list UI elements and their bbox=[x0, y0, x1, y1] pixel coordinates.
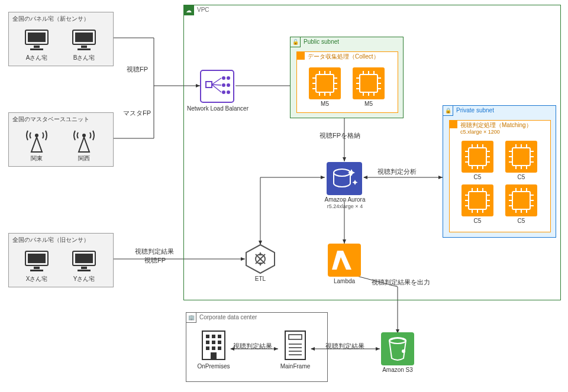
svg-point-20 bbox=[222, 76, 225, 80]
c5-label-4: C5 bbox=[505, 218, 537, 224]
edge-old-result1: 視聴判定結果 bbox=[135, 247, 174, 256]
s3-icon bbox=[381, 332, 414, 365]
svg-rect-17 bbox=[78, 270, 91, 271]
monitor-icon bbox=[23, 250, 50, 274]
svg-rect-127 bbox=[211, 352, 217, 359]
svg-point-25 bbox=[227, 90, 230, 94]
edge-output-result: 視聴判定結果を出力 bbox=[372, 278, 430, 287]
svg-rect-1 bbox=[28, 33, 46, 42]
group-master-base: 全国のマスタベースユニット 関東 関西 bbox=[8, 112, 114, 167]
ec2-c5-icon bbox=[462, 141, 493, 173]
monitor-icon bbox=[70, 29, 98, 53]
edge-result2: 視聴判定結果 bbox=[325, 342, 364, 351]
ec2-m5-icon bbox=[309, 67, 341, 99]
lambda-label: Lambda bbox=[328, 278, 361, 284]
svg-point-24 bbox=[222, 90, 225, 94]
monitor-icon bbox=[23, 29, 50, 53]
mainframe-label: MainFrame bbox=[277, 363, 314, 370]
svg-rect-13 bbox=[30, 270, 43, 271]
svg-rect-123 bbox=[218, 341, 221, 344]
svg-rect-2 bbox=[34, 46, 40, 48]
group-master-base-title: 全国のマスタベースユニット bbox=[12, 115, 89, 124]
nlb-icon bbox=[200, 70, 234, 103]
group-marker-icon bbox=[296, 51, 305, 60]
cloud-icon: ☁ bbox=[183, 5, 194, 15]
svg-rect-120 bbox=[218, 335, 221, 338]
collect-label: データ収集処理（Collect） bbox=[308, 53, 379, 61]
edge-master-fp: マスタFP bbox=[123, 109, 151, 118]
onprem-icon bbox=[199, 329, 228, 362]
group-panel-old-title: 全国のパネル宅（旧センサ） bbox=[12, 236, 89, 244]
corporate-label: Corporate data center bbox=[199, 314, 257, 320]
aurora-icon bbox=[327, 162, 362, 195]
group-panel-new-title: 全国のパネル宅（新センサ） bbox=[12, 15, 89, 23]
m5-label-2: M5 bbox=[353, 101, 385, 107]
svg-rect-54 bbox=[327, 162, 362, 195]
mainframe-icon bbox=[280, 329, 310, 362]
edge-matching-analysis: 視聴判定分析 bbox=[377, 167, 417, 176]
aurora-sub: r5.24xlarge × 4 bbox=[327, 203, 363, 209]
m5-label-1: M5 bbox=[309, 101, 341, 107]
c5-label-1: C5 bbox=[462, 174, 493, 180]
ec2-c5-icon bbox=[462, 184, 493, 216]
antenna-icon bbox=[70, 127, 98, 153]
edge-store-fp: 視聴FPを格納 bbox=[320, 131, 360, 140]
public-subnet-label: Public subnet bbox=[304, 38, 339, 45]
c5-label-3: C5 bbox=[462, 218, 493, 224]
aurora-name: Amazon Aurora bbox=[325, 196, 366, 203]
private-subnet-label: Private subnet bbox=[456, 107, 494, 114]
svg-rect-118 bbox=[206, 335, 209, 338]
edge-old-result2: 視聴FP bbox=[144, 256, 166, 265]
svg-rect-122 bbox=[212, 341, 215, 344]
lambda-icon bbox=[328, 244, 361, 277]
lock-open-icon: 🔓 bbox=[290, 37, 301, 47]
edge-view-fp: 視聴FP bbox=[127, 65, 148, 74]
antenna-icon bbox=[23, 127, 50, 153]
svg-rect-6 bbox=[81, 46, 87, 48]
svg-rect-7 bbox=[78, 48, 91, 50]
svg-point-136 bbox=[402, 349, 405, 353]
tower-west-label: 関西 bbox=[70, 154, 98, 163]
lock-icon: 🔒 bbox=[443, 105, 453, 116]
vpc-label: VPC bbox=[197, 7, 209, 13]
ec2-m5-icon bbox=[353, 67, 385, 99]
house-x-label: Xさん宅 bbox=[23, 275, 50, 283]
nlb-label: Network Load Balancer bbox=[187, 105, 248, 112]
monitor-icon bbox=[70, 250, 98, 274]
svg-rect-3 bbox=[30, 48, 43, 50]
svg-rect-12 bbox=[34, 267, 40, 269]
matching-group: 視聴判定処理（Matching） c5.xlarge × 1200 C5 C5 … bbox=[449, 120, 551, 232]
svg-rect-16 bbox=[81, 267, 87, 269]
s3-label: Amazon S3 bbox=[379, 367, 417, 373]
group-marker-icon bbox=[449, 120, 457, 128]
svg-rect-15 bbox=[75, 254, 93, 263]
ec2-c5-icon bbox=[505, 184, 537, 216]
svg-point-21 bbox=[227, 76, 230, 80]
etl-icon bbox=[245, 244, 276, 274]
svg-rect-119 bbox=[212, 335, 215, 338]
matching-label: 視聴判定処理（Matching） bbox=[460, 121, 532, 129]
edge-result1: 視聴判定結果 bbox=[233, 342, 272, 351]
building-icon: 🏢 bbox=[186, 312, 196, 323]
svg-rect-125 bbox=[212, 346, 215, 350]
tower-east-label: 関東 bbox=[23, 154, 50, 163]
collect-group: データ収集処理（Collect） M5 M5 bbox=[296, 51, 398, 113]
public-subnet: 🔓 Public subnet データ収集処理（Collect） M5 M5 bbox=[290, 37, 404, 118]
svg-rect-121 bbox=[206, 341, 209, 344]
group-panel-old: 全国のパネル宅（旧センサ） Xさん宅 Yさん宅 bbox=[8, 233, 114, 287]
etl-label: ETL bbox=[245, 276, 276, 282]
c5-label-2: C5 bbox=[505, 174, 537, 180]
svg-rect-124 bbox=[206, 346, 209, 350]
group-panel-new: 全国のパネル宅（新センサ） Aさん宅 Bさん宅 bbox=[8, 12, 114, 66]
svg-rect-5 bbox=[75, 33, 93, 42]
svg-rect-11 bbox=[28, 254, 46, 263]
private-subnet: 🔒 Private subnet 視聴判定処理（Matching） c5.xla… bbox=[443, 105, 556, 238]
house-y-label: Yさん宅 bbox=[70, 275, 98, 283]
onprem-label: OnPremises bbox=[194, 363, 233, 370]
svg-rect-126 bbox=[218, 346, 221, 350]
house-b-label: Bさん宅 bbox=[70, 54, 98, 62]
svg-rect-128 bbox=[285, 331, 305, 359]
matching-sub: c5.xlarge × 1200 bbox=[460, 129, 500, 135]
svg-point-23 bbox=[227, 83, 230, 87]
house-a-label: Aさん宅 bbox=[23, 54, 50, 62]
